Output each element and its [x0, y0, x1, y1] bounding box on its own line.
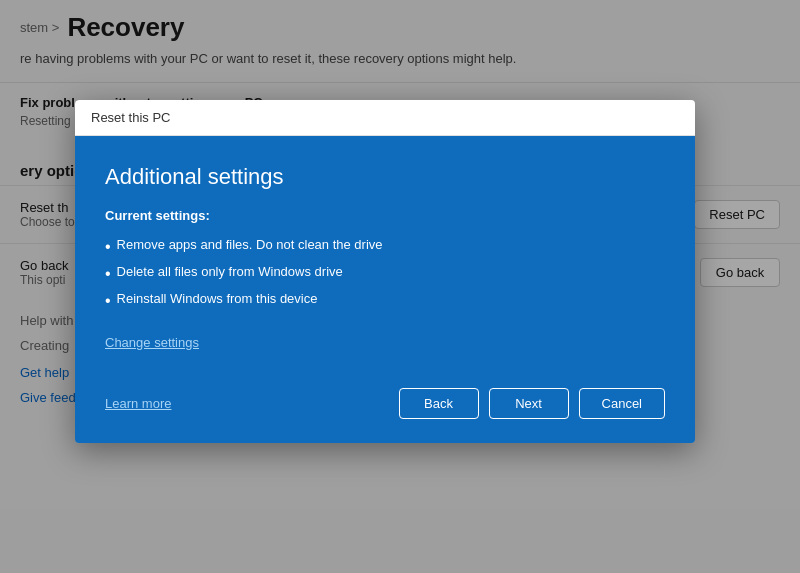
dialog-body: Additional settings Current settings: • …: [75, 136, 695, 443]
bullet-icon: •: [105, 237, 111, 256]
footer-buttons: Back Next Cancel: [399, 388, 665, 419]
dialog-footer: Learn more Back Next Cancel: [105, 378, 665, 419]
settings-item-1: Remove apps and files. Do not clean the …: [117, 237, 383, 252]
settings-item-2: Delete all files only from Windows drive: [117, 264, 343, 279]
next-button[interactable]: Next: [489, 388, 569, 419]
settings-item-3: Reinstall Windows from this device: [117, 291, 318, 306]
settings-list-item: • Reinstall Windows from this device: [105, 287, 665, 314]
learn-more-link[interactable]: Learn more: [105, 396, 171, 411]
settings-list: • Remove apps and files. Do not clean th…: [105, 233, 665, 315]
settings-list-item: • Remove apps and files. Do not clean th…: [105, 233, 665, 260]
bullet-icon: •: [105, 264, 111, 283]
cancel-button[interactable]: Cancel: [579, 388, 665, 419]
change-settings-link[interactable]: Change settings: [105, 335, 199, 350]
dialog-titlebar: Reset this PC: [75, 100, 695, 136]
settings-list-item: • Delete all files only from Windows dri…: [105, 260, 665, 287]
additional-settings-dialog: Reset this PC Additional settings Curren…: [75, 100, 695, 443]
current-settings-label: Current settings:: [105, 208, 665, 223]
dialog-heading: Additional settings: [105, 164, 665, 190]
back-button[interactable]: Back: [399, 388, 479, 419]
bullet-icon: •: [105, 291, 111, 310]
